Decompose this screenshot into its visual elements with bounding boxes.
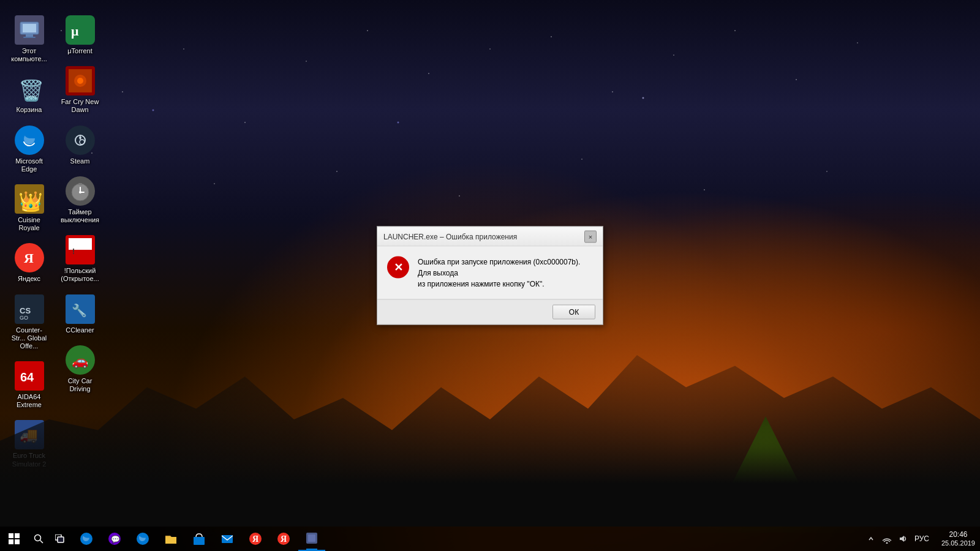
icon-ets-image: 🚚 [15,420,44,449]
dialog-content: Ошибка при запуске приложения (0xc000007… [377,247,603,299]
tray-chevron[interactable] [864,532,878,545]
icon-timer[interactable]: Таймер выключения [57,173,103,227]
icon-cuisine-label: Cuisine Royale [9,216,49,232]
svg-text:💬: 💬 [111,534,120,544]
search-button[interactable] [28,527,49,551]
taskbar-launcher[interactable] [298,527,325,551]
taskbar-folder[interactable] [157,527,184,551]
svg-rect-3 [23,37,36,38]
dialog-message: Ошибка при запуске приложения (0xc000007… [418,257,593,290]
taskbar-yandex2[interactable]: Я [270,527,297,551]
svg-rect-2 [26,34,33,37]
icon-cuisine[interactable]: 👑 Cuisine Royale [6,181,52,235]
taskbar-clock[interactable]: 20:46 25.05.2019 [937,530,980,547]
error-icon [387,257,409,279]
svg-text:👑: 👑 [18,190,42,212]
svg-rect-25 [78,183,82,185]
icon-utorrent[interactable]: μ μTorrent [57,12,103,58]
dialog-footer: ОК [377,299,603,324]
taskbar-edge2[interactable] [129,527,156,551]
icon-yandex-label: Яндекс [18,275,40,283]
icon-farcry-label: Far Cry New Dawn [60,98,100,114]
svg-text:CS: CS [20,306,31,315]
icon-cs-label: Counter-Str... Global Offe... [9,326,49,351]
taskbar-edge[interactable] [73,527,100,551]
clock-date: 25.05.2019 [941,539,975,547]
icon-aida-label: AIDA64 Extreme [9,393,49,409]
svg-point-57 [886,542,888,544]
icon-this-pc[interactable]: Этот компьюте... [6,12,52,66]
tent-decoration [674,404,858,527]
svg-text:🚗: 🚗 [72,353,89,369]
icon-edge-label: Microsoft Edge [9,157,49,173]
icon-this-pc-image [15,15,44,45]
desktop-icons-area: Этот компьюте... 🗑️ Корзина Microsoft Ed… [0,6,98,478]
taskbar-yandex1[interactable]: Я [242,527,269,551]
start-button[interactable] [0,527,28,551]
taskbar-items: 💬 [70,527,859,551]
svg-line-42 [40,541,43,544]
icon-yandex[interactable]: Я Яндекс [6,240,52,286]
taskbar-messenger[interactable]: 💬 [101,527,128,551]
dialog-ok-button[interactable]: ОК [552,305,595,320]
icon-ccleaner[interactable]: 🔧 CCleaner [57,291,103,337]
icon-steam-label: Steam [70,157,90,165]
svg-rect-1 [23,24,36,32]
icon-ccleaner-image: 🔧 [66,294,95,324]
icon-utorrent-image: μ [66,15,95,45]
icon-polish-image: ! [66,235,95,264]
tray-language[interactable]: РУС [912,534,932,543]
svg-text:🔧: 🔧 [72,303,87,318]
icon-timer-label: Таймер выключения [60,208,100,224]
icon-cuisine-image: 👑 [15,184,44,214]
svg-rect-50 [222,535,233,543]
taskbar: 💬 [0,527,980,551]
icon-citycar[interactable]: 🚗 City Car Driving [57,342,103,396]
error-dialog: LAUNCHER.exe – Ошибка приложения × Ошибк… [377,227,603,325]
svg-text:Я: Я [24,250,34,266]
svg-rect-38 [15,533,20,538]
icon-citycar-image: 🚗 [66,345,95,375]
icon-aida-image: 64 [15,361,44,391]
svg-rect-49 [194,537,205,545]
task-view-button[interactable] [49,527,70,551]
icon-utorrent-label: μTorrent [67,47,92,55]
dialog-titlebar: LAUNCHER.exe – Ошибка приложения × [377,227,603,247]
icon-this-pc-label: Этот компьюте... [9,47,49,63]
icon-recycle-image: 🗑️ [15,74,44,103]
svg-text:64: 64 [20,370,34,384]
dialog-close-button[interactable]: × [584,230,597,242]
icon-edge[interactable]: Microsoft Edge [6,122,52,176]
svg-rect-37 [9,533,13,538]
icon-farcry[interactable]: Far Cry New Dawn [57,63,103,117]
icon-cs[interactable]: CS GO Counter-Str... Global Offe... [6,291,52,354]
icon-recycle[interactable]: 🗑️ Корзина [6,71,52,117]
svg-point-41 [34,535,40,541]
icon-ccleaner-label: CCleaner [66,326,94,334]
icon-ets[interactable]: 🚚 Euro Truck Simulator 2 [6,417,52,471]
icon-polish-label: !Польский (Открытое... [60,267,100,283]
taskbar-mail[interactable] [214,527,241,551]
svg-text:Я: Я [281,534,287,544]
icon-ets-label: Euro Truck Simulator 2 [9,452,49,468]
icon-steam-image [66,126,95,155]
icon-citycar-label: City Car Driving [60,377,100,393]
svg-point-28 [79,191,81,193]
icon-yandex-image: Я [15,243,44,272]
tray-sound[interactable] [896,532,910,545]
svg-text:!: ! [72,247,75,256]
svg-text:🗑️: 🗑️ [18,78,42,102]
icon-timer-image [66,176,95,206]
icon-aida[interactable]: 64 AIDA64 Extreme [6,358,52,412]
icon-edge-image [15,126,44,155]
desktop: Этот компьюте... 🗑️ Корзина Microsoft Ed… [0,0,980,551]
svg-rect-39 [9,539,13,544]
svg-text:μ: μ [71,23,79,39]
icon-polish[interactable]: ! !Польский (Открытое... [57,232,103,286]
icon-recycle-label: Корзина [17,106,42,114]
tray-network[interactable] [880,532,894,545]
taskbar-store[interactable] [186,527,213,551]
icon-cs-image: CS GO [15,294,44,324]
svg-text:Я: Я [252,534,258,544]
icon-steam[interactable]: Steam [57,122,103,168]
